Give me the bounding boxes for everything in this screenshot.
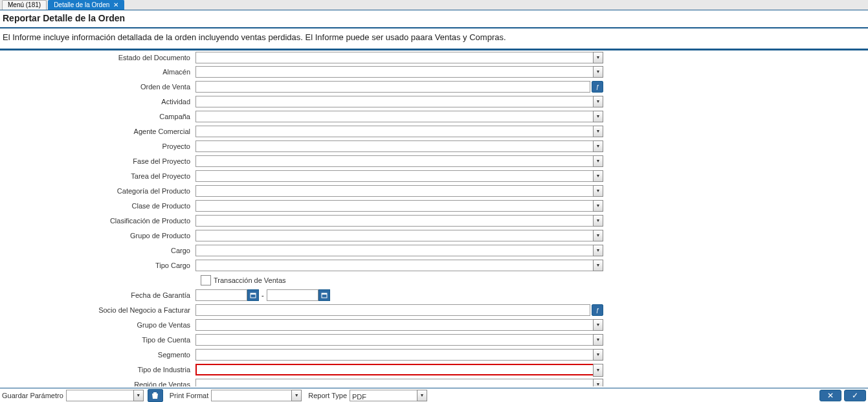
socio-facturar-input[interactable] [195,304,590,316]
agente-comercial-input[interactable]: ▼ [195,126,603,137]
page-title: Reportar Detalle de la Orden [3,13,865,23]
label-clase-producto: Clase de Producto [1,202,195,210]
label-proyecto: Proyecto [1,142,195,150]
svg-rect-3 [322,293,327,295]
tab-label: Menú (181) [8,1,41,10]
almacen-input[interactable]: ▼ [195,66,603,78]
chevron-down-icon[interactable]: ▼ [593,140,603,152]
chevron-down-icon[interactable]: ▼ [593,52,603,63]
chevron-down-icon[interactable]: ▼ [593,155,603,167]
row-cargo: Cargo ▼ [1,243,603,258]
transaccion-ventas-checkbox[interactable] [201,275,211,285]
row-fecha-garantia: Fecha de Garantía - [1,287,603,302]
bottom-bar: Guardar Parámetro ▼ Print Format ▼ Repor… [0,388,868,402]
segmento-input[interactable]: ▼ [195,349,603,361]
chevron-down-icon[interactable]: ▼ [593,319,603,331]
close-icon[interactable]: ✕ [113,1,118,10]
ok-button[interactable]: ✓ [844,390,866,401]
label-agente-comercial: Agente Comercial [1,128,195,135]
label-orden-venta: Orden de Venta [1,83,195,91]
tipo-cuenta-input[interactable]: ▼ [195,334,603,346]
tab-label: Detalle de la Orden [54,1,109,10]
fase-proyecto-input[interactable]: ▼ [195,155,603,167]
cancel-button[interactable]: ✕ [819,390,841,401]
cargo-input[interactable]: ▼ [195,245,603,256]
calendar-icon[interactable] [318,289,330,301]
chevron-down-icon[interactable]: ▼ [593,334,603,346]
tarea-proyecto-input[interactable]: ▼ [195,170,603,182]
label-transaccion-ventas: Transacción de Ventas [214,276,286,284]
label-fecha-garantia: Fecha de Garantía [1,291,195,299]
label-tarea-proyecto: Tarea del Proyecto [1,172,195,180]
chevron-down-icon[interactable]: ▼ [593,170,603,182]
region-ventas-input[interactable]: ▼ [195,379,603,387]
form-area[interactable]: Estado del Documento ▼ Almacén ▼ Orden d… [0,50,868,386]
chevron-down-icon[interactable]: ▼ [593,364,603,377]
actividad-input[interactable]: ▼ [195,96,603,107]
chevron-down-icon[interactable]: ▼ [593,66,603,78]
label-actividad: Actividad [1,98,195,106]
chevron-down-icon[interactable]: ▼ [593,96,603,107]
chevron-down-icon[interactable]: ▼ [417,390,427,401]
print-format-input[interactable]: ▼ [211,390,302,401]
chevron-down-icon[interactable]: ▼ [593,349,603,361]
chevron-down-icon[interactable]: ▼ [593,215,603,227]
chevron-down-icon[interactable]: ▼ [133,390,144,401]
delete-button[interactable] [148,389,163,402]
label-campana: Campaña [1,113,195,120]
grupo-producto-input[interactable]: ▼ [195,230,603,241]
calendar-icon[interactable] [247,289,259,301]
divider [0,27,868,28]
label-socio-facturar: Socio del Negocio a Facturar [1,306,195,314]
chevron-down-icon[interactable]: ▼ [593,230,603,241]
clase-producto-input[interactable]: ▼ [195,200,603,212]
proyecto-input[interactable]: ▼ [195,140,603,152]
label-guardar-parametro: Guardar Parámetro [2,392,63,399]
orden-venta-input[interactable] [195,81,590,93]
chevron-down-icon[interactable]: ▼ [593,111,603,122]
lookup-icon[interactable]: ƒ [592,304,603,316]
row-socio-facturar: Socio del Negocio a Facturar ƒ [1,302,603,317]
row-campana: Campaña ▼ [1,109,603,124]
lookup-icon[interactable]: ƒ [592,81,603,93]
label-tipo-cuenta: Tipo de Cuenta [1,336,195,344]
categoria-producto-input[interactable]: ▼ [195,185,603,197]
label-cargo: Cargo [1,247,195,254]
label-almacen: Almacén [1,68,195,76]
report-type-input[interactable]: PDF ▼ [350,390,427,401]
guardar-parametro-input[interactable]: ▼ [66,390,144,401]
estado-documento-input[interactable]: ▼ [195,52,603,63]
chevron-down-icon[interactable]: ▼ [593,379,603,387]
label-fase-proyecto: Fase del Proyecto [1,157,195,165]
label-grupo-producto: Grupo de Producto [1,232,195,240]
label-grupo-ventas: Grupo de Ventas [1,321,195,329]
tabs-bar: Menú (181) Detalle de la Orden ✕ [0,0,868,10]
report-type-value: PDF [350,392,368,401]
svg-rect-1 [250,293,256,295]
row-transaccion-ventas: Transacción de Ventas [1,273,603,287]
chevron-down-icon[interactable]: ▼ [593,260,603,271]
row-tipo-industria: Tipo de Industria ▼ [1,362,603,377]
row-orden-venta: Orden de Venta ƒ [1,79,603,94]
tipo-cargo-input[interactable]: ▼ [195,260,603,271]
chevron-down-icon[interactable]: ▼ [593,126,603,137]
tab-menu[interactable]: Menú (181) [2,0,47,10]
campana-input[interactable]: ▼ [195,111,603,122]
chevron-down-icon[interactable]: ▼ [593,185,603,197]
fecha-garantia-to-input[interactable] [267,289,318,301]
label-estado-documento: Estado del Documento [1,54,195,61]
chevron-down-icon[interactable]: ▼ [593,200,603,212]
tipo-industria-input[interactable]: ▼ [195,364,603,375]
tab-detalle-orden[interactable]: Detalle de la Orden ✕ [48,0,124,10]
chevron-down-icon[interactable]: ▼ [291,390,302,401]
chevron-down-icon[interactable]: ▼ [593,245,603,256]
label-report-type: Report Type [308,392,347,399]
clasificacion-producto-input[interactable]: ▼ [195,215,603,227]
label-categoria-producto: Categoría del Producto [1,187,195,195]
fecha-garantia-from-input[interactable] [195,289,247,301]
grupo-ventas-input[interactable]: ▼ [195,319,603,331]
trash-icon [151,392,159,399]
label-segmento: Segmento [1,351,195,359]
page-description: El Informe incluye información detallada… [0,32,868,49]
label-clasificacion-producto: Clasificación de Producto [1,217,195,225]
